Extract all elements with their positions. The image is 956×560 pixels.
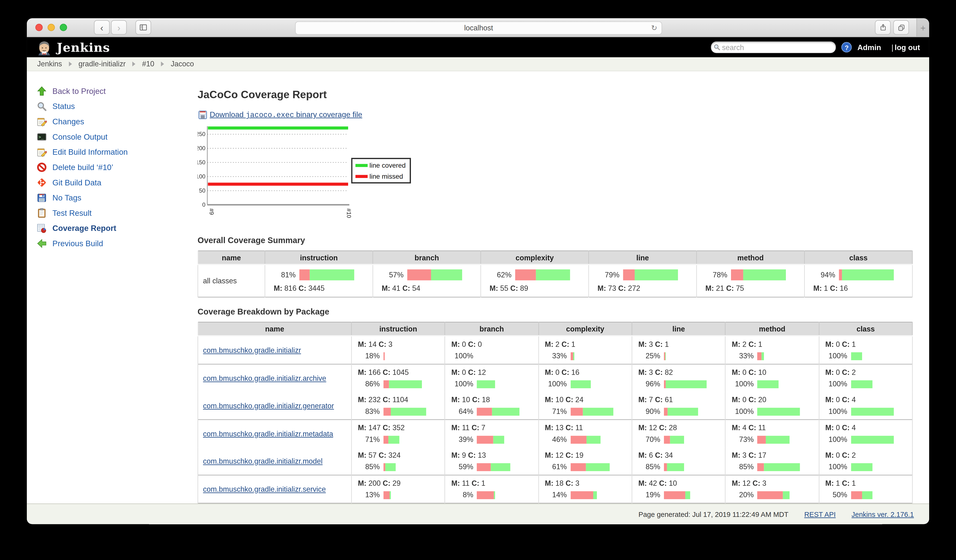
table-row: com.bmuschko.gradle.initializr.generator… [198, 392, 912, 420]
column-header-branch: branch [373, 251, 481, 264]
sidebar-item-label[interactable]: Delete build ‘#10’ [52, 163, 113, 172]
user-link[interactable]: Admin [857, 43, 881, 52]
coverage-bar [664, 352, 666, 360]
sidebar-item-test-result[interactable]: Test Result [37, 205, 198, 221]
missed-covered-counts: M: 21 C: 75 [705, 284, 804, 293]
metric-cell: 94%M: 1 C: 16 [805, 264, 912, 297]
coverage-bar [571, 352, 574, 360]
breadcrumb-item[interactable]: #10 [142, 60, 154, 68]
package-link[interactable]: com.bmuschko.gradle.initializr.archive [203, 374, 326, 383]
reload-icon[interactable]: ↻ [651, 24, 657, 32]
missed-covered-counts: M: 11 C: 7 [451, 424, 538, 432]
package-link[interactable]: com.bmuschko.gradle.initializr.model [203, 457, 322, 465]
metric-cell: M: 147 C: 35271% [352, 420, 445, 447]
sidebar-item-git-build-data[interactable]: Git Build Data [37, 175, 198, 190]
sidebar-toggle-button[interactable] [135, 20, 151, 35]
coverage-bar [757, 380, 779, 388]
sidebar: Back to ProjectStatusChanges>_Console Ou… [27, 71, 197, 504]
metric-cell: M: 18 C: 314% [538, 475, 632, 503]
jenkins-home-link[interactable]: Jenkins [36, 39, 110, 56]
sidebar-item-no-tags[interactable]: No Tags [37, 190, 198, 205]
metric-cell: 57%M: 41 C: 54 [373, 264, 481, 297]
sidebar-item-label[interactable]: Status [52, 102, 75, 111]
metric-cell: M: 232 C: 110483% [352, 392, 445, 420]
coverage-percent: 85% [358, 463, 380, 471]
tab-overview-button[interactable] [893, 20, 909, 35]
metric-cell: M: 0 C: 10100% [725, 364, 819, 392]
breadcrumb-item[interactable]: Jacoco [171, 60, 194, 68]
table-row: com.bmuschko.gradle.initializrM: 14 C: 3… [198, 336, 912, 364]
package-link[interactable]: com.bmuschko.gradle.initializr.metadata [203, 430, 333, 438]
coverage-bar [664, 435, 684, 443]
sidebar-item-changes[interactable]: Changes [37, 114, 198, 129]
sidebar-item-label[interactable]: Console Output [52, 132, 108, 141]
terminal-icon: >_ [37, 132, 47, 142]
coverage-bar [757, 352, 764, 360]
sidebar-item-back-to-project[interactable]: Back to Project [37, 83, 198, 99]
coverage-percent: 18% [358, 351, 380, 360]
table-row: com.bmuschko.gradle.initializr.modelM: 5… [198, 447, 912, 475]
download-exec-link[interactable]: Download jacoco.exec binary coverage fil… [210, 110, 362, 119]
share-button[interactable] [875, 20, 891, 35]
forbidden-icon [37, 162, 47, 173]
coverage-bar [664, 491, 690, 499]
metric-cell: M: 10 C: 1864% [445, 392, 538, 420]
sidebar-item-label[interactable]: Git Build Data [52, 178, 101, 187]
sidebar-item-previous-build[interactable]: Previous Build [37, 236, 198, 251]
sidebar-item-label[interactable]: No Tags [52, 193, 82, 202]
column-header-line: line [632, 322, 725, 336]
zoom-window-button[interactable] [60, 24, 67, 31]
metric-cell: M: 0 C: 16100% [538, 364, 632, 392]
search-box[interactable] [711, 41, 836, 53]
rest-api-link[interactable]: REST API [804, 510, 836, 518]
coverage-percent: 100% [732, 380, 754, 388]
svg-text:>_: >_ [39, 135, 44, 140]
tabs-icon [897, 24, 905, 31]
logout-link[interactable]: log out [895, 43, 920, 52]
header-separator: | [892, 43, 893, 52]
table-row: all classes81%M: 816 C: 344557%M: 41 C: … [198, 264, 912, 297]
legend-entry: line covered [355, 162, 406, 169]
column-header-complexity: complexity [538, 322, 632, 336]
help-icon[interactable]: ? [841, 42, 852, 52]
package-link[interactable]: com.bmuschko.gradle.initializr.service [203, 485, 326, 493]
jenkins-version-link[interactable]: Jenkins ver. 2.176.1 [852, 510, 914, 518]
coverage-percent: 33% [545, 351, 567, 360]
search-input[interactable] [721, 42, 834, 52]
breadcrumb-item[interactable]: Jenkins [37, 60, 62, 68]
sidebar-item-status[interactable]: Status [37, 99, 198, 114]
close-window-button[interactable] [35, 24, 43, 31]
sidebar-item-label[interactable]: Back to Project [52, 86, 106, 96]
sidebar-item-delete-build-10[interactable]: Delete build ‘#10’ [37, 160, 198, 175]
coverage-percent: 90% [638, 407, 660, 416]
sidebar-item-label[interactable]: Coverage Report [52, 224, 116, 233]
sidebar-item-label[interactable]: Edit Build Information [52, 147, 128, 157]
coverage-bar [384, 491, 391, 499]
minimize-window-button[interactable] [47, 24, 55, 31]
forward-button[interactable]: › [111, 20, 127, 35]
sidebar-item-console-output[interactable]: >_Console Output [37, 129, 198, 144]
package-link[interactable]: com.bmuschko.gradle.initializr [203, 346, 301, 355]
missed-covered-counts: M: 0 C: 12 [451, 368, 538, 377]
missed-covered-counts: M: 13 C: 11 [545, 424, 632, 432]
coverage-bar [515, 270, 570, 281]
new-tab-button[interactable]: + [917, 18, 929, 36]
coverage-bar [851, 491, 872, 499]
sidebar-item-label[interactable]: Previous Build [52, 239, 103, 248]
address-bar[interactable]: localhost ↻ [295, 21, 662, 35]
coverage-bar [477, 408, 520, 415]
package-link[interactable]: com.bmuschko.gradle.initializr.generator [203, 402, 334, 410]
coverage-bar [477, 435, 505, 443]
breadcrumb-item[interactable]: gradle-initializr [79, 60, 126, 68]
back-button[interactable]: ‹ [94, 20, 110, 35]
column-header-instruction: instruction [352, 322, 445, 336]
sidebar-item-coverage-report[interactable]: Coverage Report [37, 221, 198, 236]
sidebar-item-edit-build-information[interactable]: Edit Build Information [37, 144, 198, 160]
breadcrumb: Jenkinsgradle-initializr#10Jacoco [27, 57, 929, 71]
sidebar-item-label[interactable]: Test Result [52, 209, 92, 218]
coverage-bar [384, 352, 385, 360]
magnifier-icon [37, 101, 47, 111]
sidebar-item-label[interactable]: Changes [52, 117, 84, 126]
coverage-percent: 19% [638, 491, 660, 499]
coverage-bar [384, 435, 399, 443]
